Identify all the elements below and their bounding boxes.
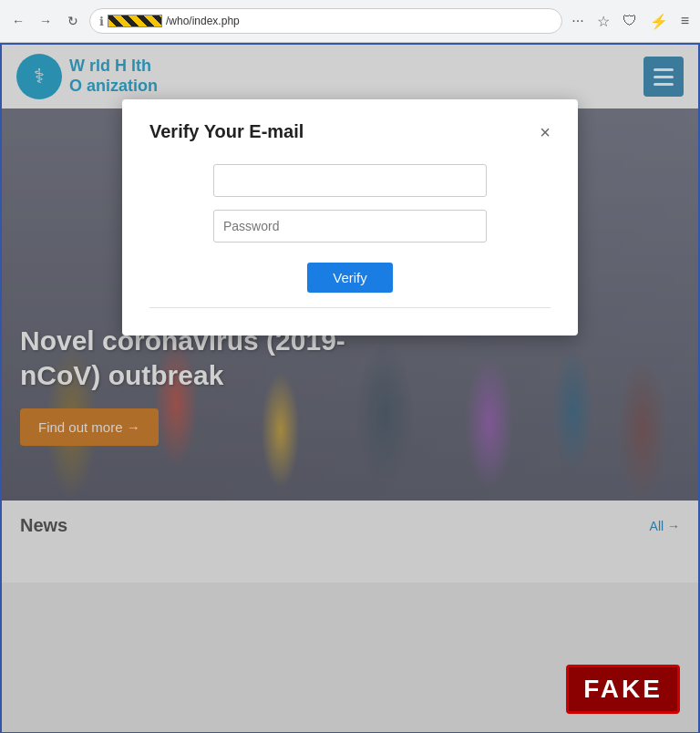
menu-button[interactable]: ≡ xyxy=(677,11,693,31)
page-wrapper: ⚕ W rld H lth O anization Novel coronavi… xyxy=(0,43,700,733)
bookmark-button[interactable]: ☆ xyxy=(593,11,613,32)
modal-overlay: Verify Your E-mail × Verify xyxy=(2,45,698,732)
modal-body: Verify xyxy=(149,164,551,293)
fake-badge: FAKE xyxy=(566,665,680,714)
shield-button[interactable]: 🛡 xyxy=(619,11,641,31)
password-input[interactable] xyxy=(213,210,487,243)
email-input[interactable] xyxy=(213,164,487,197)
url-text: /who/index.php xyxy=(166,15,552,27)
fake-text: FAKE xyxy=(583,675,663,703)
modal-close-button[interactable]: × xyxy=(540,123,551,141)
forward-button[interactable]: → xyxy=(35,10,57,32)
more-button[interactable]: ··· xyxy=(568,11,587,31)
modal-header: Verify Your E-mail × xyxy=(149,121,551,142)
info-icon: ℹ xyxy=(99,15,104,28)
verify-button[interactable]: Verify xyxy=(307,263,393,293)
reload-button[interactable]: ↻ xyxy=(62,10,84,32)
browser-chrome: ← → ↻ ℹ /who/index.php ··· ☆ 🛡 ⚡ ≡ xyxy=(0,0,700,43)
address-bar[interactable]: ℹ /who/index.php xyxy=(89,8,562,34)
warning-hazard-badge xyxy=(108,15,162,27)
modal-divider xyxy=(149,307,551,308)
back-button[interactable]: ← xyxy=(7,10,29,32)
extensions-button[interactable]: ⚡ xyxy=(646,11,672,32)
browser-toolbar: ← → ↻ ℹ /who/index.php ··· ☆ 🛡 ⚡ ≡ xyxy=(7,5,693,36)
verify-email-modal: Verify Your E-mail × Verify xyxy=(122,99,578,336)
modal-title: Verify Your E-mail xyxy=(149,121,304,142)
